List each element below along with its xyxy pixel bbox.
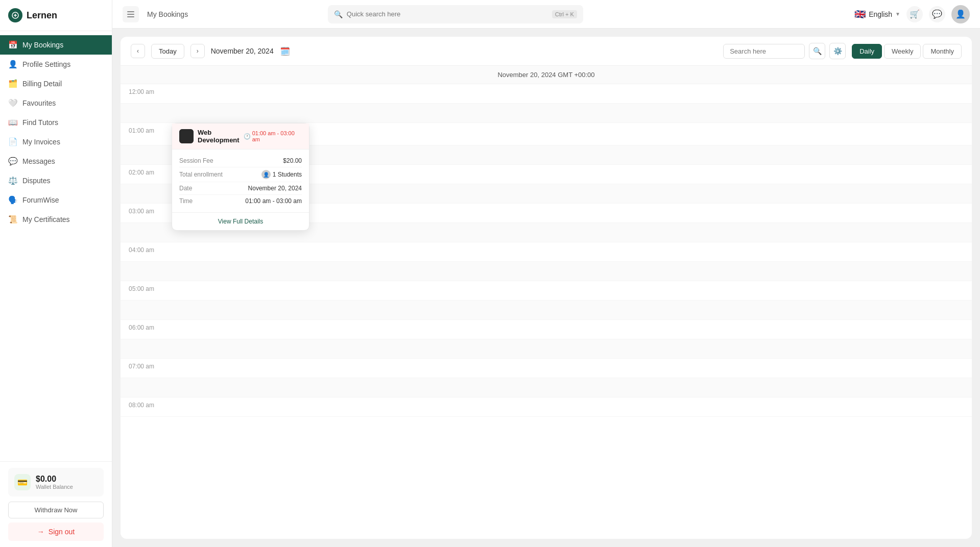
sidebar-item-favourites[interactable]: 🤍 Favourites xyxy=(0,93,112,113)
signout-label: Sign out xyxy=(49,528,75,536)
daily-view-button[interactable]: Daily xyxy=(852,44,882,59)
event-popup: 💻 Web Development 🕐 01:00 am - 03:00 am xyxy=(172,123,309,231)
chevron-down-icon: ▼ xyxy=(895,11,900,17)
time-row xyxy=(121,339,972,359)
filter-button[interactable]: ⚙️ xyxy=(829,43,846,59)
date-value: November 20, 2024 xyxy=(248,185,302,192)
time-label xyxy=(121,104,172,122)
enrollment-row: Total enrollment 👤 1 Students xyxy=(179,167,302,182)
sidebar-item-my-certificates[interactable]: 📜 My Certificates xyxy=(0,210,112,229)
event-title: Web Development xyxy=(198,129,240,144)
sidebar-item-forumwise[interactable]: 🗣️ ForumWise xyxy=(0,190,112,210)
calendar-date-header: November 20, 2024 GMT +00:00 xyxy=(121,66,972,84)
messages-icon: 💬 xyxy=(8,157,17,166)
calendar-search-input[interactable] xyxy=(723,44,805,59)
sidebar-item-billing-detail[interactable]: 🗂️ Billing Detail xyxy=(0,74,112,93)
time-content xyxy=(172,378,972,397)
time-row: 12:00 am xyxy=(121,84,972,104)
calendar-body: 12:00 am 01:00 am xyxy=(121,84,972,539)
sidebar-item-my-bookings[interactable]: 📅 My Bookings xyxy=(0,35,112,55)
sidebar-item-find-tutors[interactable]: 📖 Find Tutors xyxy=(0,113,112,132)
svg-rect-1 xyxy=(127,11,134,12)
signout-button[interactable]: → Sign out xyxy=(8,523,104,541)
date-label: Date xyxy=(179,185,192,192)
sidebar-item-profile-settings[interactable]: 👤 Profile Settings xyxy=(0,55,112,74)
time-label: 07:00 am xyxy=(121,359,172,378)
wallet-label: Wallet Balance xyxy=(36,484,73,490)
date-row: Date November 20, 2024 xyxy=(179,182,302,195)
find-tutors-icon: 📖 xyxy=(8,118,17,127)
sidebar-item-label: Profile Settings xyxy=(22,60,70,68)
sidebar-item-my-invoices[interactable]: 📄 My Invoices xyxy=(0,132,112,152)
signout-icon: → xyxy=(37,528,44,536)
time-label xyxy=(121,301,172,319)
today-button[interactable]: Today xyxy=(151,44,184,59)
weekly-view-button[interactable]: Weekly xyxy=(884,44,921,59)
time-label-detail: Time xyxy=(179,197,193,205)
time-label xyxy=(121,339,172,358)
enrollment-label: Total enrollment xyxy=(179,171,223,178)
date-header-text: November 20, 2024 GMT +00:00 xyxy=(497,71,594,79)
time-row xyxy=(121,301,972,320)
topbar-menu-icon[interactable] xyxy=(123,6,139,22)
sidebar-item-label: My Bookings xyxy=(22,41,63,49)
time-row-detail: Time 01:00 am - 03:00 am xyxy=(179,195,302,207)
search-icon-button[interactable]: 🔍 xyxy=(809,43,825,59)
sidebar-item-label: Disputes xyxy=(22,177,50,185)
sidebar-nav: 📅 My Bookings 👤 Profile Settings 🗂️ Bill… xyxy=(0,31,112,461)
search-input[interactable] xyxy=(347,10,548,18)
sidebar-item-disputes[interactable]: ⚖️ Disputes xyxy=(0,171,112,190)
clock-icon: 🕐 xyxy=(244,133,251,140)
search-icon: 🔍 xyxy=(334,10,343,18)
time-grid: 12:00 am 01:00 am xyxy=(121,84,972,539)
topbar: My Bookings 🔍 Ctrl + K 🇬🇧 English ▼ 🛒 💬 … xyxy=(112,0,980,29)
next-button[interactable]: › xyxy=(190,44,205,58)
calendar-header: ‹ Today › November 20, 2024 🗓️ 🔍 ⚙️ Dail… xyxy=(121,37,972,66)
time-content xyxy=(172,242,972,261)
main-content: My Bookings 🔍 Ctrl + K 🇬🇧 English ▼ 🛒 💬 … xyxy=(112,0,980,547)
monthly-view-button[interactable]: Monthly xyxy=(923,44,962,59)
time-row: 05:00 am xyxy=(121,281,972,301)
sidebar-item-label: Favourites xyxy=(22,99,56,107)
chat-button[interactable]: 💬 xyxy=(929,6,945,22)
calendar-icon[interactable]: 🗓️ xyxy=(278,44,292,58)
session-fee-value: $20.00 xyxy=(283,157,302,164)
time-label xyxy=(121,378,172,397)
view-buttons: Daily Weekly Monthly xyxy=(852,44,962,59)
sidebar-item-label: Find Tutors xyxy=(22,118,58,127)
invoices-icon: 📄 xyxy=(8,137,17,146)
svg-rect-3 xyxy=(127,16,134,17)
time-content xyxy=(172,301,972,319)
language-selector[interactable]: 🇬🇧 English ▼ xyxy=(854,9,900,20)
forumwise-icon: 🗣️ xyxy=(8,195,17,205)
topbar-search[interactable]: 🔍 Ctrl + K xyxy=(328,5,583,23)
user-avatar[interactable]: 👤 xyxy=(951,5,970,23)
prev-button[interactable]: ‹ xyxy=(131,44,145,58)
time-row xyxy=(121,104,972,123)
time-label: 08:00 am xyxy=(121,397,172,416)
logo-text: Lernen xyxy=(27,10,57,21)
time-label: 02:00 am xyxy=(121,165,172,184)
event-header: 💻 Web Development 🕐 01:00 am - 03:00 am xyxy=(172,123,309,150)
withdraw-button[interactable]: Withdraw Now xyxy=(8,502,104,518)
time-label: 05:00 am xyxy=(121,281,172,300)
svg-rect-4 xyxy=(179,129,194,143)
time-content xyxy=(172,281,972,300)
time-row: 07:00 am xyxy=(121,359,972,378)
enrollment-value: 👤 1 Students xyxy=(261,170,302,179)
event-thumbnail: 💻 xyxy=(179,129,194,143)
wallet-icon: 💳 xyxy=(14,474,31,490)
time-row-event: 01:00 am 💻 Web Development xyxy=(121,123,972,145)
time-row: 04:00 am xyxy=(121,242,972,262)
bookings-icon: 📅 xyxy=(8,40,17,49)
time-value: 01:00 am - 03:00 am xyxy=(245,197,302,205)
sidebar-item-messages[interactable]: 💬 Messages xyxy=(0,152,112,171)
cart-button[interactable]: 🛒 xyxy=(906,6,923,22)
billing-icon: 🗂️ xyxy=(8,79,17,88)
view-full-details-link[interactable]: View Full Details xyxy=(172,212,309,230)
sidebar-footer: 💳 $0.00 Wallet Balance Withdraw Now → Si… xyxy=(0,461,112,547)
time-content xyxy=(172,262,972,281)
logo-icon xyxy=(8,8,22,22)
profile-icon: 👤 xyxy=(8,60,17,69)
wallet-card: 💳 $0.00 Wallet Balance xyxy=(8,468,104,496)
